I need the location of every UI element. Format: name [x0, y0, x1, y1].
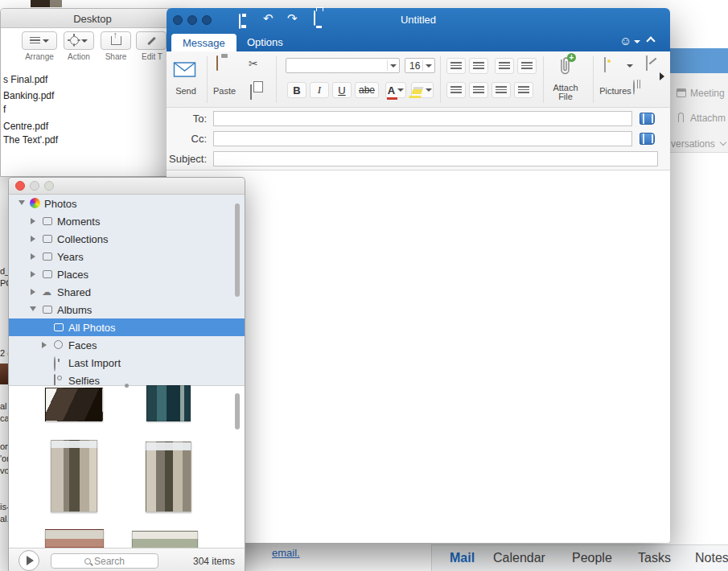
photo-thumbnail[interactable]	[45, 388, 103, 421]
collapse-ribbon-button[interactable]	[646, 36, 655, 45]
tab-options[interactable]: Options	[247, 36, 283, 48]
file-item[interactable]: f	[3, 104, 6, 115]
file-item[interactable]: Banking.pdf	[3, 90, 54, 101]
email-hyperlink-fragment[interactable]: email.	[272, 547, 300, 559]
search-input[interactable]: Search	[51, 553, 158, 569]
photos-titlebar[interactable]	[9, 178, 245, 195]
sidebar-item-shared[interactable]: Shared	[9, 283, 245, 301]
edit-tags-label: Edit T	[136, 52, 168, 61]
sidebar-item-last-import[interactable]: Last Import	[9, 354, 245, 372]
edit-tags-button[interactable]	[136, 31, 167, 50]
italic-button[interactable]: I	[310, 82, 329, 98]
feedback-smiley-button[interactable]	[619, 34, 631, 48]
sidebar-item-albums[interactable]: Albums	[9, 301, 245, 318]
bullet-list-button[interactable]	[446, 58, 466, 74]
sidebar-item-faces[interactable]: Faces	[9, 336, 245, 354]
nav-calendar[interactable]: Calendar	[493, 551, 545, 565]
attachment-button-fragment[interactable]: Attachm	[690, 113, 726, 124]
disclosure-closed-icon[interactable]	[42, 342, 47, 348]
bold-button[interactable]: B	[287, 82, 306, 98]
hyperlink-button[interactable]	[633, 80, 635, 95]
sidebar-item-all-photos[interactable]: All Photos	[9, 318, 245, 336]
send-button[interactable]	[173, 60, 199, 82]
share-icon	[111, 36, 121, 45]
finder-titlebar[interactable]: Desktop	[1, 9, 184, 28]
file-item[interactable]: The Text'.pdf	[3, 134, 58, 146]
to-addressbook-button[interactable]	[637, 110, 656, 126]
disclosure-open-icon[interactable]	[19, 200, 25, 205]
paste-label: Paste	[210, 87, 239, 96]
increase-indent-button[interactable]	[517, 58, 537, 74]
disclosure-closed-icon[interactable]	[31, 218, 35, 224]
divider	[207, 56, 208, 103]
cc-input[interactable]	[213, 131, 632, 146]
arrange-button[interactable]	[22, 31, 57, 50]
slideshow-play-button[interactable]	[19, 550, 39, 571]
photo-grid	[9, 385, 245, 548]
disclosure-closed-icon[interactable]	[31, 289, 35, 295]
places-icon	[43, 270, 52, 278]
nav-people[interactable]: People	[572, 551, 612, 565]
sidebar-item-places[interactable]: Places	[9, 265, 245, 283]
justify-button[interactable]	[514, 82, 533, 98]
align-left-button[interactable]	[446, 82, 466, 98]
highlight-button[interactable]	[411, 82, 434, 98]
cc-addressbook-button[interactable]	[637, 130, 656, 146]
subject-input[interactable]	[213, 151, 658, 166]
signature-button[interactable]	[646, 56, 648, 71]
disclosure-closed-icon[interactable]	[31, 253, 35, 260]
disclosure-open-icon[interactable]	[30, 306, 36, 311]
photo-thumbnail[interactable]	[146, 442, 191, 512]
disclosure-closed-icon[interactable]	[31, 271, 35, 277]
minimize-button[interactable]	[30, 181, 39, 191]
pane-resize-handle[interactable]	[125, 384, 129, 388]
ribbon-overflow-button[interactable]	[660, 72, 664, 80]
sidebar-item-moments[interactable]: Moments	[9, 212, 245, 230]
sidebar-item-years[interactable]: Years	[9, 248, 245, 265]
disclosure-closed-icon[interactable]	[31, 236, 35, 242]
nav-mail[interactable]: Mail	[450, 551, 475, 565]
font-color-button[interactable]: A	[385, 82, 406, 98]
attach-file-button[interactable]: +	[557, 55, 572, 80]
photo-thumbnail[interactable]	[51, 440, 97, 512]
highlighter-icon	[412, 87, 424, 94]
numbered-list-button[interactable]	[469, 58, 488, 74]
sidebar-label: Moments	[57, 216, 100, 228]
copy-button[interactable]	[250, 85, 252, 100]
conversations-dropdown-fragment[interactable]: versations	[671, 138, 715, 150]
cut-button[interactable]	[249, 56, 258, 71]
paste-button[interactable]	[216, 56, 218, 71]
share-button[interactable]	[101, 31, 131, 50]
zoom-button[interactable]	[44, 181, 54, 191]
file-item[interactable]: s Final.pdf	[3, 74, 47, 85]
close-button[interactable]	[15, 181, 25, 191]
meeting-button-fragment[interactable]: Meeting	[690, 88, 725, 99]
collections-icon	[43, 235, 52, 243]
attachment-icon	[678, 113, 684, 122]
strikethrough-button[interactable]: abe	[355, 82, 379, 98]
font-color-icon: A	[388, 84, 395, 97]
sidebar-scrollbar[interactable]	[235, 203, 240, 297]
clipboard-icon	[216, 55, 218, 71]
nav-notes[interactable]: Notes	[695, 551, 728, 565]
decrease-indent-button[interactable]	[495, 58, 514, 74]
tab-message[interactable]: Message	[171, 34, 236, 51]
align-center-button[interactable]	[469, 82, 488, 98]
action-button[interactable]	[64, 31, 94, 50]
chevron-down-icon	[426, 64, 432, 68]
align-right-button[interactable]	[492, 82, 511, 98]
pictures-button[interactable]	[604, 58, 606, 72]
grid-scrollbar[interactable]	[235, 393, 240, 429]
photo-thumbnail[interactable]	[146, 385, 191, 421]
to-input[interactable]	[213, 111, 632, 126]
sidebar-item-photos[interactable]: Photos	[9, 195, 245, 212]
file-item[interactable]: Centre.pdf	[3, 121, 48, 132]
sidebar-label: Collections	[57, 233, 109, 245]
underline-button[interactable]: U	[332, 82, 352, 98]
ribbon-selected-button-fragment[interactable]	[670, 48, 728, 73]
sidebar-item-collections[interactable]: Collections	[9, 230, 245, 248]
nav-tasks[interactable]: Tasks	[638, 551, 671, 565]
send-icon	[173, 60, 199, 79]
font-name-combobox[interactable]	[286, 58, 400, 73]
font-size-combobox[interactable]: 16	[405, 58, 435, 73]
